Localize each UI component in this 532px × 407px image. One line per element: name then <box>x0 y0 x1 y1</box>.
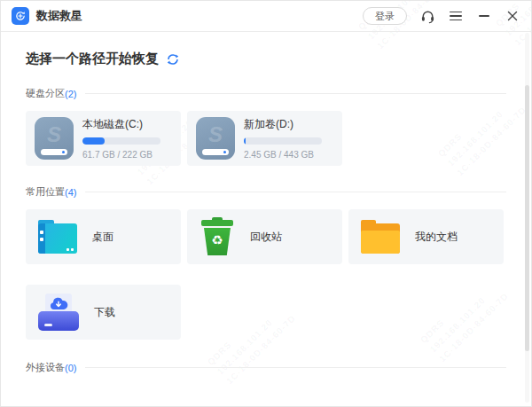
desktop-folder-icon <box>38 220 77 254</box>
documents-folder-icon <box>361 220 400 254</box>
page-title-row: 选择一个路径开始恢复 <box>26 51 506 67</box>
drive-cards: S 本地磁盘(C:) 61.7 GB / 222 GB S 新加卷(D:) <box>26 111 506 166</box>
app-window: QDRS192.168.101.201C-18-0D-84-60-7D QDRS… <box>0 0 532 407</box>
recycle-glyph: ♻ <box>200 232 235 248</box>
section-divider <box>85 93 506 94</box>
section-partitions-count: (2) <box>65 89 76 99</box>
cloud-download-icon <box>49 296 68 311</box>
recycle-bin-icon: ♻ <box>200 217 235 256</box>
close-icon[interactable] <box>505 8 520 24</box>
headset-support-icon[interactable] <box>419 8 435 24</box>
section-partitions: 硬盘分区 (2) <box>26 87 506 100</box>
titlebar: 数据救星 登录 <box>1 1 531 32</box>
drive-led-dot <box>62 151 65 153</box>
drive-usage-bar <box>82 137 160 145</box>
window-controls: 登录 <box>363 7 520 25</box>
drive-name: 本地磁盘(C:) <box>82 117 160 132</box>
drive-usage-text: 61.7 GB / 222 GB <box>82 150 160 160</box>
app-logo-icon <box>12 7 29 25</box>
location-card-desktop[interactable]: 桌面 <box>26 209 181 264</box>
scrollbar-thumb[interactable] <box>525 85 529 351</box>
download-icon <box>38 294 79 331</box>
drive-card-d[interactable]: S 新加卷(D:) 2.45 GB / 443 GB <box>187 111 342 166</box>
section-common-label: 常用位置 <box>26 185 65 199</box>
drive-card-c[interactable]: S 本地磁盘(C:) 61.7 GB / 222 GB <box>26 111 181 166</box>
location-label: 下载 <box>94 305 115 320</box>
hamburger-menu-icon[interactable] <box>448 8 464 24</box>
section-partitions-label: 硬盘分区 <box>26 87 65 100</box>
hard-drive-icon: S <box>35 117 74 160</box>
section-divider <box>85 367 506 368</box>
page-title: 选择一个路径开始恢复 <box>26 51 159 67</box>
location-card-documents[interactable]: 我的文档 <box>348 209 504 264</box>
location-cards: 桌面 ♻ 回收站 我的文档 <box>26 209 506 340</box>
location-label: 桌面 <box>92 230 113 245</box>
section-common-count: (4) <box>65 187 76 198</box>
section-external-label: 外接设备 <box>26 361 65 374</box>
section-external: 外接设备 (0) <box>26 361 506 374</box>
login-button[interactable]: 登录 <box>363 7 407 25</box>
location-label: 回收站 <box>250 230 282 245</box>
section-external-count: (0) <box>65 363 76 373</box>
section-common: 常用位置 (4) <box>26 185 506 199</box>
drive-led-dot <box>223 151 226 153</box>
drive-name: 新加卷(D:) <box>244 117 322 132</box>
minimize-icon[interactable] <box>476 8 492 24</box>
drive-usage-bar <box>244 137 322 145</box>
section-divider <box>85 192 506 192</box>
location-label: 我的文档 <box>415 230 458 245</box>
hard-drive-icon: S <box>196 117 235 160</box>
location-card-recycle-bin[interactable]: ♻ 回收站 <box>187 209 342 264</box>
refresh-icon[interactable] <box>167 53 179 66</box>
app-title: 数据救星 <box>36 8 82 24</box>
location-card-downloads[interactable]: 下载 <box>26 285 181 340</box>
drive-usage-text: 2.45 GB / 443 GB <box>244 150 322 160</box>
main-content: 选择一个路径开始恢复 硬盘分区 (2) S 本地 <box>1 51 531 374</box>
